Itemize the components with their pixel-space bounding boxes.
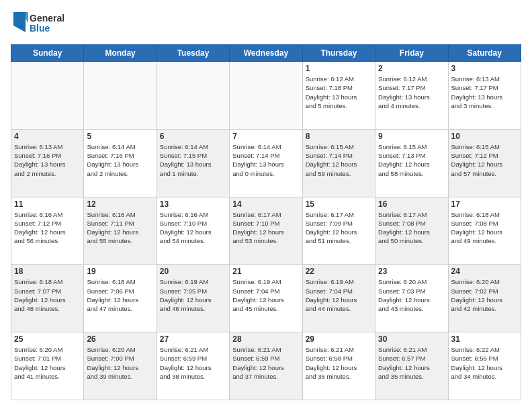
cell-content: Sunrise: 6:14 AM Sunset: 7:14 PM Dayligh…: [232, 142, 299, 178]
calendar-cell: 27Sunrise: 6:21 AM Sunset: 6:59 PM Dayli…: [157, 332, 229, 400]
cell-content: Sunrise: 6:14 AM Sunset: 7:16 PM Dayligh…: [87, 142, 153, 178]
calendar-cell: 3Sunrise: 6:13 AM Sunset: 7:17 PM Daylig…: [448, 62, 521, 130]
calendar-cell: 17Sunrise: 6:18 AM Sunset: 7:08 PM Dayli…: [448, 197, 521, 265]
cell-content: Sunrise: 6:12 AM Sunset: 7:18 PM Dayligh…: [306, 75, 372, 110]
day-number: 4: [14, 132, 81, 141]
calendar-cell: 2Sunrise: 6:12 AM Sunset: 7:17 PM Daylig…: [375, 62, 448, 130]
day-number: 3: [451, 64, 518, 73]
calendar-cell: 29Sunrise: 6:21 AM Sunset: 6:58 PM Dayli…: [302, 332, 375, 400]
cell-content: Sunrise: 6:20 AM Sunset: 7:02 PM Dayligh…: [451, 277, 518, 313]
cell-content: Sunrise: 6:18 AM Sunset: 7:07 PM Dayligh…: [14, 277, 81, 313]
day-number: 25: [14, 334, 81, 344]
calendar-header-row: SundayMondayTuesdayWednesdayThursdayFrid…: [11, 45, 521, 62]
page: General Blue SundayMondayTuesdayWednesda…: [0, 0, 532, 411]
day-number: 22: [306, 267, 372, 276]
day-number: 30: [378, 334, 445, 344]
calendar-cell: 8Sunrise: 6:15 AM Sunset: 7:14 PM Daylig…: [302, 129, 375, 197]
cell-content: Sunrise: 6:12 AM Sunset: 7:17 PM Dayligh…: [378, 75, 445, 110]
day-number: 28: [232, 334, 299, 344]
day-number: 14: [232, 199, 299, 209]
calendar-cell: 16Sunrise: 6:17 AM Sunset: 7:08 PM Dayli…: [375, 197, 448, 265]
calendar-cell: 4Sunrise: 6:13 AM Sunset: 7:16 PM Daylig…: [11, 129, 84, 197]
calendar-week-4: 18Sunrise: 6:18 AM Sunset: 7:07 PM Dayli…: [11, 265, 521, 332]
cell-content: Sunrise: 6:14 AM Sunset: 7:15 PM Dayligh…: [160, 142, 226, 178]
day-number: 26: [87, 334, 153, 344]
calendar-week-5: 25Sunrise: 6:20 AM Sunset: 7:01 PM Dayli…: [11, 332, 521, 400]
day-header-monday: Monday: [84, 45, 157, 62]
calendar-cell: 21Sunrise: 6:19 AM Sunset: 7:04 PM Dayli…: [230, 265, 302, 332]
calendar-cell: 14Sunrise: 6:17 AM Sunset: 7:10 PM Dayli…: [230, 197, 302, 265]
calendar-cell: 7Sunrise: 6:14 AM Sunset: 7:14 PM Daylig…: [230, 129, 302, 197]
day-number: 23: [378, 267, 445, 276]
calendar-cell: 24Sunrise: 6:20 AM Sunset: 7:02 PM Dayli…: [448, 265, 521, 332]
cell-content: Sunrise: 6:21 AM Sunset: 6:58 PM Dayligh…: [306, 345, 372, 381]
calendar-cell: 15Sunrise: 6:17 AM Sunset: 7:09 PM Dayli…: [302, 197, 375, 265]
day-number: 13: [160, 199, 226, 209]
svg-text:Blue: Blue: [30, 23, 50, 34]
day-number: 18: [14, 267, 81, 276]
day-header-thursday: Thursday: [302, 45, 375, 62]
day-number: 2: [378, 64, 445, 73]
calendar-cell: 1Sunrise: 6:12 AM Sunset: 7:18 PM Daylig…: [302, 62, 375, 130]
calendar-cell: 22Sunrise: 6:19 AM Sunset: 7:04 PM Dayli…: [302, 265, 375, 332]
cell-content: Sunrise: 6:20 AM Sunset: 7:00 PM Dayligh…: [87, 345, 153, 381]
day-number: 24: [451, 267, 518, 276]
calendar-cell: 28Sunrise: 6:21 AM Sunset: 6:59 PM Dayli…: [230, 332, 302, 400]
cell-content: Sunrise: 6:17 AM Sunset: 7:10 PM Dayligh…: [232, 210, 299, 246]
day-number: 20: [160, 267, 226, 276]
calendar-cell: 11Sunrise: 6:16 AM Sunset: 7:12 PM Dayli…: [11, 197, 84, 265]
svg-marker-2: [13, 12, 26, 32]
calendar-cell: 6Sunrise: 6:14 AM Sunset: 7:15 PM Daylig…: [157, 129, 229, 197]
cell-content: Sunrise: 6:17 AM Sunset: 7:08 PM Dayligh…: [378, 210, 445, 246]
day-number: 21: [232, 267, 299, 276]
cell-content: Sunrise: 6:16 AM Sunset: 7:11 PM Dayligh…: [87, 210, 153, 246]
day-number: 19: [87, 267, 153, 276]
day-number: 15: [306, 199, 372, 209]
calendar-cell: 19Sunrise: 6:18 AM Sunset: 7:06 PM Dayli…: [84, 265, 157, 332]
day-header-friday: Friday: [375, 45, 448, 62]
day-number: 9: [378, 132, 445, 141]
calendar-cell: 13Sunrise: 6:16 AM Sunset: 7:10 PM Dayli…: [157, 197, 229, 265]
calendar-table: SundayMondayTuesdayWednesdayThursdayFrid…: [11, 44, 521, 400]
cell-content: Sunrise: 6:18 AM Sunset: 7:06 PM Dayligh…: [87, 277, 153, 313]
day-number: 10: [451, 132, 518, 141]
cell-content: Sunrise: 6:17 AM Sunset: 7:09 PM Dayligh…: [306, 210, 372, 246]
cell-content: Sunrise: 6:19 AM Sunset: 7:05 PM Dayligh…: [160, 277, 226, 313]
cell-content: Sunrise: 6:13 AM Sunset: 7:17 PM Dayligh…: [451, 75, 518, 110]
cell-content: Sunrise: 6:20 AM Sunset: 7:01 PM Dayligh…: [14, 345, 81, 381]
day-header-tuesday: Tuesday: [157, 45, 229, 62]
calendar-cell: 30Sunrise: 6:21 AM Sunset: 6:57 PM Dayli…: [375, 332, 448, 400]
cell-content: Sunrise: 6:15 AM Sunset: 7:14 PM Dayligh…: [306, 142, 372, 178]
cell-content: Sunrise: 6:15 AM Sunset: 7:13 PM Dayligh…: [378, 142, 445, 178]
calendar-cell: [84, 62, 157, 130]
calendar-week-1: 1Sunrise: 6:12 AM Sunset: 7:18 PM Daylig…: [11, 62, 521, 130]
cell-content: Sunrise: 6:16 AM Sunset: 7:10 PM Dayligh…: [160, 210, 226, 246]
logo: General Blue: [11, 11, 71, 38]
calendar-week-2: 4Sunrise: 6:13 AM Sunset: 7:16 PM Daylig…: [11, 129, 521, 197]
calendar-week-3: 11Sunrise: 6:16 AM Sunset: 7:12 PM Dayli…: [11, 197, 521, 265]
calendar-cell: 9Sunrise: 6:15 AM Sunset: 7:13 PM Daylig…: [375, 129, 448, 197]
cell-content: Sunrise: 6:22 AM Sunset: 6:56 PM Dayligh…: [451, 345, 518, 381]
cell-content: Sunrise: 6:19 AM Sunset: 7:04 PM Dayligh…: [306, 277, 372, 313]
cell-content: Sunrise: 6:16 AM Sunset: 7:12 PM Dayligh…: [14, 210, 81, 246]
day-header-saturday: Saturday: [448, 45, 521, 62]
cell-content: Sunrise: 6:15 AM Sunset: 7:12 PM Dayligh…: [451, 142, 518, 178]
day-header-sunday: Sunday: [11, 45, 84, 62]
cell-content: Sunrise: 6:21 AM Sunset: 6:59 PM Dayligh…: [232, 345, 299, 381]
calendar-cell: 5Sunrise: 6:14 AM Sunset: 7:16 PM Daylig…: [84, 129, 157, 197]
day-header-wednesday: Wednesday: [230, 45, 302, 62]
calendar-cell: 23Sunrise: 6:20 AM Sunset: 7:03 PM Dayli…: [375, 265, 448, 332]
calendar-cell: 18Sunrise: 6:18 AM Sunset: 7:07 PM Dayli…: [11, 265, 84, 332]
calendar-cell: [157, 62, 229, 130]
svg-text:General: General: [30, 13, 64, 24]
svg-marker-3: [26, 12, 28, 23]
day-number: 29: [306, 334, 372, 344]
day-number: 11: [14, 199, 81, 209]
day-number: 5: [87, 132, 153, 141]
day-number: 1: [306, 64, 372, 73]
day-number: 8: [306, 132, 372, 141]
header: General Blue: [11, 11, 521, 38]
day-number: 27: [160, 334, 226, 344]
day-number: 16: [378, 199, 445, 209]
calendar-cell: 10Sunrise: 6:15 AM Sunset: 7:12 PM Dayli…: [448, 129, 521, 197]
